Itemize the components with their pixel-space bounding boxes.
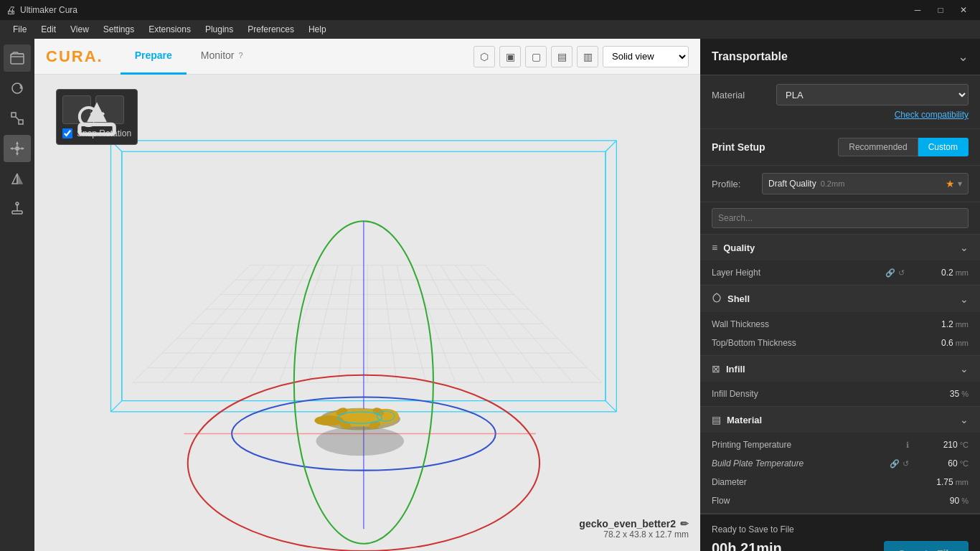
menu-preferences[interactable]: Preferences: [240, 20, 301, 39]
panel-header: Transportable ⌄: [700, 39, 980, 75]
sidebar-open-btn[interactable]: [4, 44, 31, 72]
view-perspective-btn[interactable]: ⬡: [473, 46, 495, 67]
svg-point-67: [314, 415, 344, 425]
infill-section-header[interactable]: ⊠ Infill ⌄: [700, 356, 980, 382]
svg-marker-16: [17, 174, 22, 184]
printing-temp-row: Printing Temperature ℹ 210 °C: [700, 435, 980, 454]
build-plate-reset-icon[interactable]: ↺: [903, 459, 909, 468]
menu-extensions[interactable]: Extensions: [141, 20, 198, 39]
shell-section-header[interactable]: Shell ⌄: [700, 286, 980, 312]
menubar: File Edit View Settings Extensions Plugi…: [0, 20, 980, 39]
rotation-buttons: ⟳: [62, 95, 131, 124]
setup-tabs: Recommended Custom: [838, 138, 969, 156]
material-select[interactable]: PLA ABS PETG Nylon: [776, 84, 969, 105]
shell-chevron-icon: ⌄: [960, 293, 969, 305]
sidebar-support-btn[interactable]: [4, 195, 31, 222]
sidebar-rotate-btn[interactable]: [4, 75, 31, 102]
printing-temp-unit: °C: [960, 441, 969, 449]
svg-marker-12: [10, 147, 13, 150]
app-title: Ultimaker Cura: [20, 5, 77, 15]
svg-rect-4: [19, 120, 23, 124]
sidebar-mirror-btn[interactable]: [4, 165, 31, 192]
profile-star-icon: ★: [946, 178, 955, 189]
shell-icon: [712, 293, 722, 305]
view-back-btn[interactable]: ▢: [525, 46, 547, 67]
printing-temp-info-icon[interactable]: ℹ: [906, 441, 909, 450]
maximize-btn[interactable]: □: [930, 3, 951, 17]
topbar: CURA. Prepare Monitor ? ⬡ ▣ ▢ ▤ ▥ Solid …: [34, 39, 700, 75]
layer-height-label: Layer Height: [712, 268, 885, 278]
print-setup-title: Print Setup: [712, 141, 765, 153]
material-section: Material PLA ABS PETG Nylon Check compat…: [700, 75, 980, 129]
main-area: CURA. Prepare Monitor ? ⬡ ▣ ▢ ▤ ▥ Solid …: [0, 39, 980, 551]
profile-chevron-icon: ▾: [958, 179, 962, 189]
flow-unit: %: [961, 496, 969, 505]
layer-height-unit: mm: [956, 268, 969, 277]
quality-section: ≡ Quality ⌄ Layer Height 🔗 ↺ 0.2 mm: [700, 235, 980, 286]
tab-recommended[interactable]: Recommended: [838, 138, 918, 156]
svg-marker-15: [12, 174, 17, 184]
save-to-file-button[interactable]: Save to File: [884, 541, 969, 552]
profile-layer: 0.2mm: [821, 179, 845, 188]
build-plate-link-icon[interactable]: 🔗: [890, 459, 900, 468]
flow-label: Flow: [712, 496, 916, 506]
build-plate-temp-label: Build Plate Temperature: [712, 458, 890, 468]
quality-title: Quality: [723, 242, 755, 253]
tab-custom[interactable]: Custom: [918, 138, 969, 156]
settings-search-input[interactable]: [712, 208, 969, 228]
tab-prepare[interactable]: Prepare: [121, 39, 187, 75]
app-logo: CURA.: [46, 47, 103, 66]
wall-thickness-value: 1.2: [910, 319, 953, 329]
edit-name-icon[interactable]: ✏: [680, 518, 689, 529]
menu-edit[interactable]: Edit: [34, 20, 63, 39]
rotate-lay-flat-btn[interactable]: [95, 95, 124, 124]
quality-section-header[interactable]: ≡ Quality ⌄: [700, 235, 980, 260]
model-info: gecko_even_better2 ✏ 78.2 x 43.8 x 12.7 …: [579, 518, 689, 540]
build-plate-temp-unit: °C: [960, 459, 969, 468]
model-name-text: gecko_even_better2: [579, 518, 676, 529]
menu-file[interactable]: File: [6, 20, 34, 39]
infill-density-label: Infill Density: [712, 389, 916, 399]
menu-view[interactable]: View: [63, 20, 96, 39]
viewport[interactable]: ⟳ Snap Rotation gecko_even_better2 ✏ 7: [34, 75, 700, 551]
view-front-btn[interactable]: ▣: [499, 46, 521, 67]
check-compat-link[interactable]: Check compatibility: [712, 110, 969, 120]
svg-marker-14: [22, 147, 24, 150]
menu-help[interactable]: Help: [301, 20, 334, 39]
menu-plugins[interactable]: Plugins: [198, 20, 240, 39]
menu-settings[interactable]: Settings: [96, 20, 141, 39]
svg-rect-75: [80, 124, 114, 134]
tab-monitor[interactable]: Monitor ?: [187, 39, 258, 75]
quality-chevron-icon: ⌄: [960, 242, 969, 253]
sidebar-scale-btn[interactable]: [4, 105, 31, 132]
profile-dropdown[interactable]: Draft Quality 0.2mm ★ ▾: [762, 173, 969, 194]
shell-title: Shell: [727, 293, 750, 304]
panel-collapse-btn[interactable]: ⌄: [958, 49, 969, 65]
panel-title: Transportable: [712, 50, 788, 63]
top-bottom-thickness-unit: mm: [956, 339, 969, 347]
wall-thickness-unit: mm: [956, 320, 969, 329]
infill-density-value: 35: [916, 389, 959, 399]
right-panel: Transportable ⌄ Material PLA ABS PETG Ny…: [700, 39, 980, 551]
view-mode-select[interactable]: Solid view X-Ray view Layers view: [603, 46, 689, 67]
ready-label: Ready to Save to File: [712, 524, 969, 534]
layer-height-link-icon[interactable]: 🔗: [885, 268, 895, 278]
minimize-btn[interactable]: ─: [907, 3, 928, 17]
infill-chevron-icon: ⌄: [960, 363, 969, 375]
view-left-btn[interactable]: ▤: [551, 46, 573, 67]
material-section-header[interactable]: ▤ Material ⌄: [700, 407, 980, 433]
view-controls: ⬡ ▣ ▢ ▤ ▥ Solid view X-Ray view Layers v…: [473, 46, 689, 67]
bottom-row: 00h 21min 1.41m / ~ 4g Save to File: [712, 540, 969, 551]
close-btn[interactable]: ✕: [953, 3, 974, 17]
sidebar-move-btn[interactable]: [4, 135, 31, 162]
svg-line-5: [16, 117, 19, 120]
window-controls: ─ □ ✕: [907, 3, 974, 17]
infill-icon: ⊠: [712, 363, 720, 375]
monitor-help-icon[interactable]: ?: [239, 51, 243, 60]
shell-section-body: Wall Thickness 1.2 mm Top/Bottom Thickne…: [700, 312, 980, 355]
bottom-panel: Ready to Save to File 00h 21min 1.41m / …: [700, 514, 980, 551]
layer-height-reset-icon[interactable]: ↺: [898, 268, 905, 278]
view-right-btn[interactable]: ▥: [577, 46, 598, 67]
app-icon: 🖨: [6, 4, 16, 16]
svg-rect-3: [11, 113, 16, 117]
